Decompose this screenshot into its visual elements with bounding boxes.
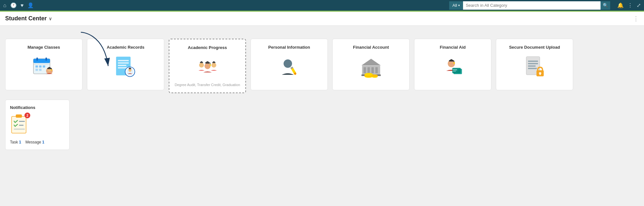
clock-icon[interactable]: 🕐 [10, 2, 17, 8]
personal-information-card[interactable]: Personal Information [251, 39, 328, 90]
svg-rect-68 [528, 65, 535, 66]
svg-rect-55 [449, 60, 454, 61]
task-count-link[interactable]: 1 [19, 140, 21, 144]
notifications-badge: 2 [24, 113, 30, 118]
svg-rect-9 [35, 69, 38, 71]
svg-marker-29 [200, 61, 203, 62]
bottom-row: Notifications 2 Task 1 [5, 100, 639, 150]
svg-rect-76 [19, 125, 24, 126]
svg-marker-37 [212, 61, 215, 62]
sub-header-more-icon[interactable]: ⋮ [633, 15, 639, 22]
svg-marker-32 [205, 61, 210, 63]
sub-header: Student Center ∨ ⋮ [0, 12, 644, 26]
financial-aid-card[interactable]: Financial Aid [414, 39, 491, 90]
financial-aid-icon [440, 54, 466, 80]
svg-rect-36 [212, 62, 215, 63]
svg-rect-45 [371, 67, 374, 73]
search-category-dropdown[interactable]: All ▾ [449, 1, 463, 10]
svg-rect-74 [16, 114, 22, 118]
chevron-down-icon: ▾ [458, 4, 460, 7]
notifications-card: Notifications 2 Task 1 [5, 100, 70, 150]
user-circle-icon[interactable]: 👤 [27, 2, 34, 8]
title-chevron[interactable]: ∨ [49, 16, 52, 21]
financial-account-title: Financial Account [353, 45, 389, 50]
svg-rect-69 [528, 68, 536, 69]
svg-rect-20 [118, 65, 126, 66]
financial-account-card[interactable]: Financial Account [332, 39, 410, 90]
svg-rect-67 [528, 63, 538, 64]
notifications-links: Task 1 Message 1 [10, 140, 65, 144]
search-input[interactable] [463, 1, 601, 10]
academic-progress-icon [194, 54, 220, 80]
nav-right-icons: 🔔 ⋮ ⤢ [617, 2, 641, 8]
svg-marker-56 [449, 59, 454, 61]
svg-rect-43 [364, 67, 366, 73]
manage-classes-title: Manage Classes [27, 45, 60, 50]
svg-rect-73 [12, 116, 26, 133]
svg-rect-66 [528, 60, 538, 62]
expand-icon[interactable]: ⤢ [637, 2, 641, 8]
academic-records-icon [113, 54, 138, 80]
svg-rect-19 [118, 62, 129, 64]
svg-rect-8 [43, 65, 45, 67]
home-icon[interactable]: ⌂ [3, 3, 6, 8]
svg-rect-46 [375, 67, 378, 73]
svg-rect-77 [14, 129, 25, 130]
bookmark-icon[interactable]: ♥ [21, 3, 24, 8]
secure-document-upload-icon [522, 54, 547, 80]
svg-rect-2 [33, 59, 50, 63]
svg-rect-18 [118, 60, 129, 61]
svg-rect-28 [200, 62, 203, 63]
financial-account-icon [358, 54, 384, 80]
svg-point-16 [51, 69, 52, 71]
svg-rect-13 [47, 68, 51, 69]
more-options-icon[interactable]: ⋮ [628, 2, 633, 8]
svg-rect-63 [453, 69, 457, 70]
svg-point-35 [211, 63, 216, 67]
svg-point-30 [204, 63, 211, 69]
svg-point-51 [364, 73, 373, 76]
academic-records-card[interactable]: Academic Records [87, 39, 164, 90]
manage-classes-icon [31, 54, 57, 80]
notifications-icon-wrap: 2 [10, 114, 28, 136]
academic-progress-subtitle: Degree Audit, Transfer Credit, Graduatio… [175, 83, 240, 87]
svg-marker-47 [361, 59, 381, 65]
svg-rect-21 [118, 67, 128, 68]
secure-document-upload-card[interactable]: Secure Document Upload [496, 39, 573, 90]
personal-information-icon [276, 54, 302, 80]
cards-row: Manage Classes [5, 39, 639, 93]
message-label: Message [25, 140, 41, 144]
svg-rect-44 [367, 67, 370, 73]
page-title: Student Center ∨ [5, 15, 52, 22]
bell-icon[interactable]: 🔔 [617, 2, 624, 8]
academic-progress-title: Academic Progress [188, 45, 227, 50]
message-count-link[interactable]: 1 [42, 140, 44, 144]
svg-rect-64 [453, 71, 456, 71]
personal-information-title: Personal Information [268, 45, 310, 50]
main-content: Manage Classes [0, 26, 644, 156]
search-button[interactable]: 🔍 [601, 1, 610, 10]
secure-document-upload-title: Secure Document Upload [509, 45, 560, 50]
svg-rect-10 [39, 69, 42, 71]
financial-aid-title: Financial Aid [440, 45, 466, 50]
academic-progress-card[interactable]: Academic Progress [169, 39, 246, 93]
top-nav: ⌂ 🕐 ♥ 👤 All ▾ 🔍 🔔 ⋮ ⤢ [0, 0, 644, 12]
notifications-title: Notifications [10, 105, 65, 110]
search-category-label: All [452, 3, 457, 8]
svg-point-27 [199, 63, 204, 67]
svg-point-53 [372, 74, 378, 77]
svg-point-58 [453, 62, 455, 64]
svg-point-34 [209, 64, 211, 66]
task-label: Task [10, 140, 18, 144]
svg-rect-25 [128, 68, 131, 69]
svg-rect-4 [45, 57, 47, 60]
svg-rect-62 [452, 68, 460, 73]
svg-rect-7 [39, 65, 42, 67]
manage-classes-card[interactable]: Manage Classes [5, 39, 82, 90]
svg-rect-31 [205, 63, 209, 64]
svg-rect-6 [35, 65, 38, 67]
search-area: All ▾ 🔍 [449, 1, 610, 10]
academic-records-title: Academic Records [107, 45, 144, 50]
page-title-text: Student Center [5, 15, 47, 22]
svg-point-38 [283, 59, 292, 68]
